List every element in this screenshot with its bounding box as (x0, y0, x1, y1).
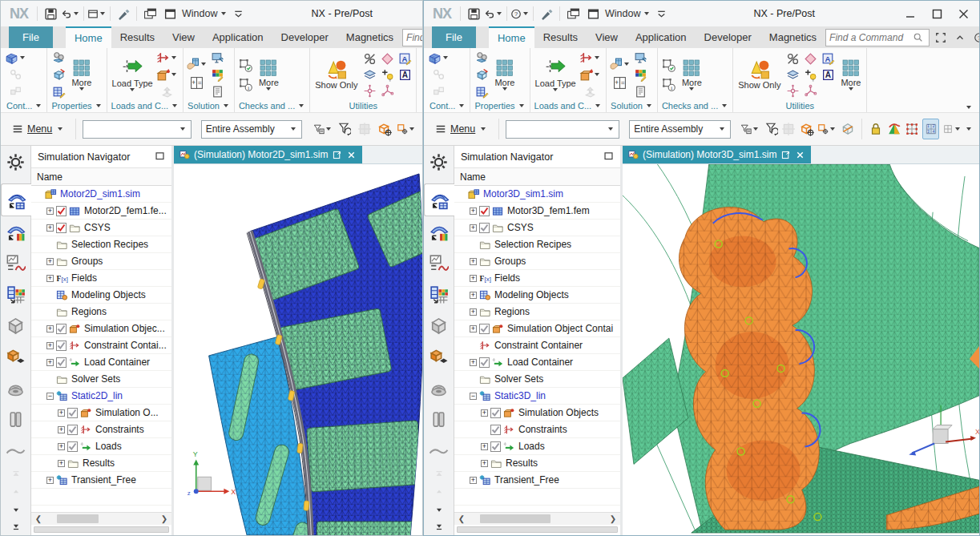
selection-scope-combo[interactable]: Entire Assembly (201, 120, 303, 139)
expand-toggle[interactable]: − (46, 393, 54, 400)
dropdown-arrow-icon[interactable] (523, 12, 528, 15)
scroll-down-button[interactable] (2, 501, 30, 518)
acage-window-icon[interactable] (817, 119, 837, 139)
undock-panel-icon[interactable] (155, 151, 165, 163)
dropdown-arrow-icon[interactable] (459, 104, 464, 107)
undo-button[interactable] (484, 4, 503, 23)
tree-row[interactable]: Motor3D_sim1.sim (454, 186, 620, 203)
fem-mesh-dropdown-icon[interactable] (5, 50, 26, 66)
reset-filter-icon[interactable] (763, 119, 778, 139)
show-hide-box-icon[interactable] (840, 119, 855, 139)
visibility-checkbox[interactable] (67, 408, 78, 418)
tab-results[interactable]: Results (111, 26, 163, 48)
tree-row[interactable]: +CSYS (31, 220, 171, 236)
tree-row[interactable]: Regions (31, 304, 171, 320)
expand-toggle[interactable]: + (46, 258, 54, 265)
horizontal-scrollbar[interactable]: ❮ ❯ (454, 512, 620, 525)
lock-icon[interactable] (869, 119, 884, 139)
solution-hand-icon[interactable] (609, 56, 631, 72)
scroll-to-bottom-button[interactable] (425, 518, 454, 535)
scroll-right-icon[interactable]: ❯ (607, 514, 619, 523)
scroll-left-icon[interactable]: ❮ (456, 514, 467, 523)
fullscreen-icon[interactable] (933, 30, 949, 46)
visibility-checkbox[interactable] (67, 441, 78, 452)
marker-diamond-icon[interactable] (378, 50, 396, 66)
dropdown-arrow-icon[interactable] (409, 127, 414, 131)
clamp-tools-tab[interactable] (425, 373, 454, 404)
node-quality-check-icon[interactable] (660, 57, 678, 73)
more-button[interactable]: More (837, 58, 864, 91)
fem-mesh-dropdown-icon[interactable] (428, 50, 450, 66)
load-type-button[interactable]: Load Type (533, 58, 579, 91)
tree-row[interactable]: +Simulation Object Contai (454, 320, 620, 337)
note-editor-icon[interactable]: A (819, 50, 837, 66)
tree-row[interactable]: +Load Container (31, 354, 171, 371)
part-box-tab[interactable] (2, 310, 30, 341)
hide-slash-icon[interactable] (361, 50, 378, 66)
tree-row[interactable]: +Motor3D_fem1.fem (454, 203, 620, 220)
tree-row[interactable]: +Groups (454, 253, 620, 270)
tree-row[interactable]: Constraints (454, 421, 620, 438)
graphics-viewport-2d[interactable]: Y X z (174, 163, 422, 535)
dropdown-arrow-icon[interactable] (608, 127, 613, 131)
new-window-button[interactable] (160, 4, 179, 23)
report-icon[interactable] (631, 83, 649, 99)
expand-toggle[interactable]: + (470, 359, 477, 366)
material-assign-icon[interactable] (473, 66, 490, 83)
visibility-checkbox[interactable] (490, 425, 501, 435)
tree-row[interactable]: +Loads (454, 438, 620, 455)
tree-row[interactable]: +Motor2D_fem1.fe... (31, 203, 171, 220)
tab-view[interactable]: View (587, 26, 627, 48)
close-button[interactable] (950, 3, 976, 24)
dropdown-arrow-icon[interactable] (36, 104, 41, 107)
tree-row[interactable]: +Groups (31, 253, 171, 270)
show-only-button[interactable]: Show Only (313, 59, 360, 90)
window-menu-button[interactable]: Window (603, 8, 642, 19)
dropdown-arrow-icon[interactable] (443, 56, 448, 59)
tree-row[interactable]: Motor2D_sim1.sim (31, 186, 171, 203)
expand-toggle[interactable]: + (470, 325, 477, 332)
dropdown-arrow-icon[interactable] (130, 88, 135, 91)
find-command-input[interactable] (826, 32, 913, 43)
panel-resize-strip[interactable] (34, 526, 169, 533)
tab-developer[interactable]: Developer (272, 26, 337, 48)
search-icon[interactable] (913, 32, 923, 42)
tree-row[interactable]: +Results (454, 455, 620, 472)
dropdown-arrow-icon[interactable] (966, 106, 971, 109)
visibility-checkbox[interactable] (479, 324, 490, 334)
dropdown-arrow-icon[interactable] (171, 73, 176, 76)
tree-row[interactable]: Solver Sets (31, 371, 171, 388)
customize-qat-button[interactable] (228, 4, 248, 23)
expand-toggle[interactable]: + (58, 443, 65, 450)
tree-row[interactable]: +Simulation O... (31, 405, 171, 421)
ribbon-group-label[interactable]: Loads and C... (110, 99, 181, 112)
tree-row[interactable]: −Static3D_lin (454, 388, 620, 405)
hide-slash-icon[interactable] (784, 50, 801, 66)
dropdown-arrow-icon[interactable] (100, 12, 105, 15)
dropdown-arrow-icon[interactable] (502, 87, 507, 91)
note-box-icon[interactable]: A (819, 66, 837, 83)
element-info-check-icon[interactable]: i (237, 76, 255, 92)
measure-icon[interactable] (784, 83, 801, 99)
tab-results[interactable]: Results (534, 26, 587, 48)
dropdown-arrow-icon[interactable] (180, 127, 185, 131)
part-box-tab[interactable] (425, 310, 454, 341)
mesh-display-icon[interactable] (905, 119, 920, 139)
solution-matrix-tab[interactable] (425, 279, 454, 310)
tree-row[interactable]: +Transient_Free (31, 472, 171, 489)
csys-marker-icon[interactable] (801, 83, 819, 99)
dropdown-arrow-icon[interactable] (955, 127, 960, 131)
tree-row[interactable]: Solver Sets (454, 371, 620, 388)
help-menu-button[interactable]: ? (510, 4, 530, 23)
tab-application[interactable]: Application (204, 26, 272, 48)
expand-toggle[interactable]: + (481, 443, 488, 450)
dropdown-arrow-icon[interactable] (644, 12, 649, 15)
more-button[interactable]: More (491, 58, 518, 91)
material-assign-icon[interactable] (50, 66, 67, 83)
expand-toggle[interactable]: + (470, 224, 477, 232)
tree-row[interactable]: −Static2D_lin (31, 388, 171, 405)
tree-row[interactable]: +F[x]Fields (31, 270, 171, 287)
visibility-checkbox[interactable] (67, 425, 78, 435)
settings-gear-icon[interactable] (2, 149, 30, 175)
tree-row[interactable]: Modeling Objects (31, 287, 171, 304)
